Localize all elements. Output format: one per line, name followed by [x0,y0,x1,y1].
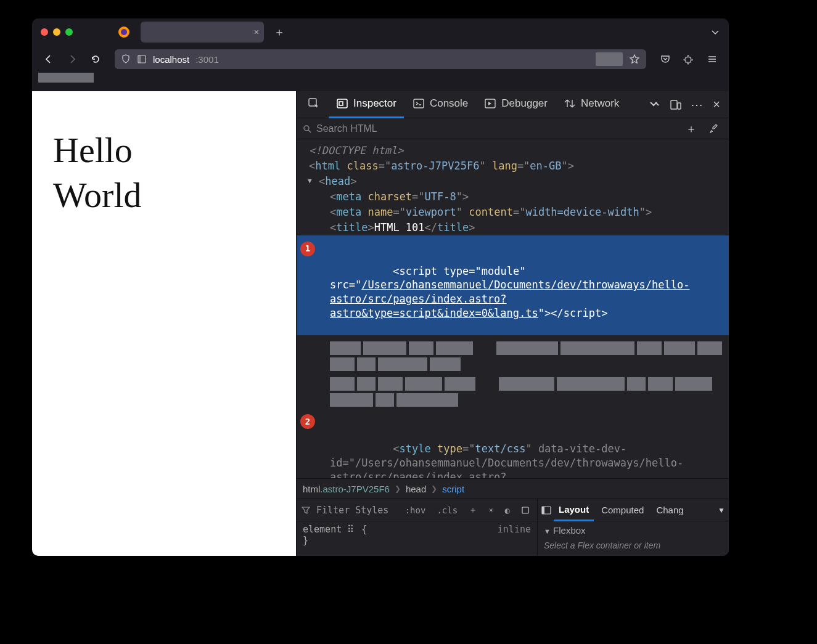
url-host: localhost [153,54,189,65]
page-heading: Hello World [53,128,275,218]
firefox-icon [116,24,132,40]
redacted-block-1 [297,335,729,375]
bookmarks-bar [32,73,729,91]
tabs-dropdown-icon[interactable] [710,27,720,37]
tab-debugger[interactable]: Debugger [477,91,555,118]
tab-console[interactable]: Console [405,91,475,118]
svg-point-1 [121,29,127,35]
redacted-block-2 [297,375,729,413]
page-info-icon[interactable] [137,54,147,64]
filter-styles-input[interactable]: Filter Styles [316,505,388,516]
dom-style[interactable]: 2 <style type="text/css" data-vite-dev-i… [297,413,729,478]
callout-2: 2 [300,414,315,429]
pocket-icon[interactable] [655,49,676,70]
light-scheme-icon[interactable]: ☀ [486,504,496,516]
dom-html-open[interactable]: <html class="astro-J7PV25F6" lang="en-GB… [297,158,729,174]
breadcrumb-head[interactable]: head [406,484,426,494]
rules-body[interactable]: element ⠿ { inline } [297,521,537,548]
svg-rect-9 [678,103,681,109]
tab-network[interactable]: Network [556,91,626,118]
url-bar[interactable]: localhost:3001 [115,49,646,69]
chevron-right-icon: ❯ [431,484,437,493]
tab-changes[interactable]: Chang [651,499,688,521]
close-devtools-icon[interactable]: × [713,97,720,112]
shield-icon[interactable] [121,54,131,64]
filter-icon [302,506,310,515]
search-placeholder: Search HTML [316,123,377,134]
dom-doctype[interactable]: <!DOCTYPE html> [297,143,729,158]
breadcrumb[interactable]: html.astro-J7PV25F6 ❯ head ❯ script [297,478,729,499]
cls-toggle[interactable]: .cls [434,504,460,516]
devtools-panel: Inspector Console Debugger [296,91,729,556]
browser-tab[interactable]: × [141,22,264,43]
more-tabs-icon[interactable] [649,100,661,109]
layout-pane: Layout Computed Chang ▼ ▼ Flexbox Select… [538,499,729,556]
dom-meta-charset[interactable]: <meta charset="UTF-8"> [297,189,729,205]
debugger-icon [484,97,496,110]
console-icon [413,97,425,110]
dom-script-selected[interactable]: 1 <script type="module" src="/Users/ohan… [297,235,729,336]
add-element-button[interactable]: ＋ [682,121,700,136]
inspector-icon [336,97,348,110]
back-button[interactable] [38,49,59,70]
dom-title[interactable]: <title>HTML 101</title> [297,220,729,235]
hov-toggle[interactable]: :hov [403,504,429,516]
reload-button[interactable] [85,49,106,70]
toolbar: localhost:3001 [32,46,729,73]
dark-scheme-icon[interactable]: ◐ [503,504,512,516]
extensions-icon[interactable] [678,49,699,70]
svg-rect-11 [522,507,528,513]
titlebar: × ＋ [32,18,729,46]
breadcrumb-html[interactable]: html.astro-J7PV25F6 [303,484,390,494]
tab-layout[interactable]: Layout [554,499,594,521]
devtools-bottom: Filter Styles :hov .cls ＋ ☀ ◐ element ⠿ … [297,499,729,556]
window-controls [41,28,73,36]
breadcrumb-script[interactable]: script [442,484,464,494]
svg-rect-13 [542,507,544,514]
side-tabs: Layout Computed Chang ▼ [538,499,729,521]
callout-1: 1 [300,242,315,256]
chevron-down-icon[interactable]: ▼ [718,506,725,515]
print-media-icon[interactable] [519,505,532,516]
devtools-menu-icon[interactable]: ⋯ [691,97,704,112]
browser-window: × ＋ localhost:3001 [32,18,729,556]
rules-pane: Filter Styles :hov .cls ＋ ☀ ◐ element ⠿ … [297,499,538,556]
add-rule-button[interactable]: ＋ [466,503,480,517]
content-area: Hello World Inspector [32,91,729,556]
dom-meta-viewport[interactable]: <meta name="viewport" content="width=dev… [297,205,729,220]
tab-computed[interactable]: Computed [596,499,649,521]
svg-rect-8 [671,100,677,109]
url-port: :3001 [195,54,219,65]
minimize-window-button[interactable] [53,28,60,36]
url-badge [596,52,623,66]
svg-point-10 [304,126,309,131]
dom-head-open[interactable]: ▼<head> [297,174,729,189]
chevron-right-icon: ❯ [395,484,401,493]
devtools-search-bar[interactable]: Search HTML ＋ [297,118,729,139]
devtools-tabs: Inspector Console Debugger [297,91,729,118]
flexbox-section[interactable]: ▼ Flexbox Select a Flex container or ite… [538,521,729,554]
rules-toolbar: Filter Styles :hov .cls ＋ ☀ ◐ [297,499,537,521]
close-window-button[interactable] [41,28,48,36]
bookmark-placeholder [38,73,94,83]
bookmark-star-icon[interactable] [629,54,640,65]
network-icon [564,97,576,110]
svg-rect-5 [339,102,343,105]
dom-tree[interactable]: <!DOCTYPE html> <html class="astro-J7PV2… [297,139,729,478]
search-icon [303,124,311,133]
maximize-window-button[interactable] [65,28,73,36]
element-picker-button[interactable] [300,91,327,118]
toggle-sidebar-icon[interactable] [541,505,551,515]
forward-button[interactable] [62,49,83,70]
tab-inspector[interactable]: Inspector [329,91,404,118]
close-tab-icon[interactable]: × [254,27,259,37]
responsive-mode-icon[interactable] [670,99,682,111]
page-viewport: Hello World [32,91,296,556]
new-tab-button[interactable]: ＋ [270,23,289,41]
svg-rect-2 [138,55,146,63]
app-menu-icon[interactable] [702,49,723,70]
eyedropper-icon[interactable] [705,124,723,134]
